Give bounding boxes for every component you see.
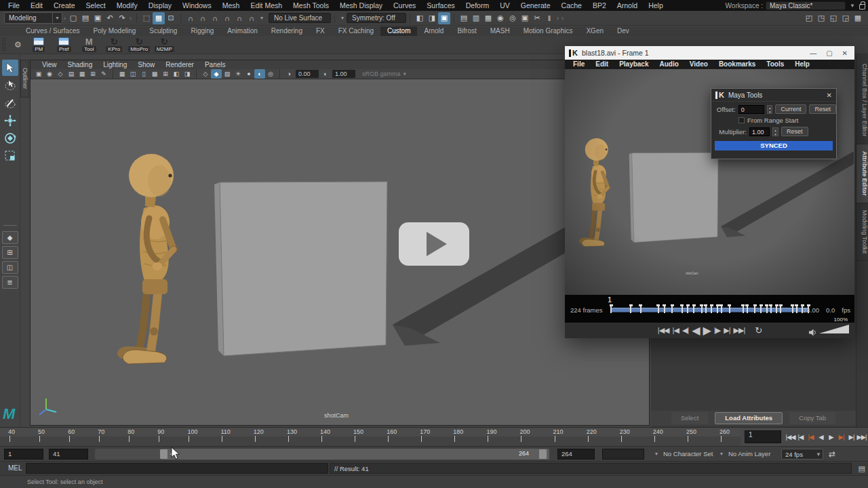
shelf-tab[interactable]: Custom (380, 26, 417, 36)
two-pane-layout-button[interactable]: ◫ (2, 261, 18, 274)
menu-item[interactable]: Select (81, 0, 111, 11)
current-frame-field[interactable]: 1 (745, 430, 781, 443)
shelf-tab[interactable]: Animation (220, 26, 264, 36)
camera-attributes-icon[interactable]: ◇ (55, 69, 66, 79)
pan-zoom-icon[interactable]: ⊞ (87, 69, 98, 79)
menu-item[interactable]: Mesh Display (334, 0, 388, 11)
shelf-tab[interactable]: Dev (610, 26, 636, 36)
loop-button[interactable]: ↻ (755, 325, 762, 336)
animation-start-field[interactable]: 1 (4, 449, 43, 460)
shelf-tab[interactable]: Poly Modeling (86, 26, 142, 36)
anim-layer-dropdown[interactable]: ▼ No Anim Layer (717, 450, 770, 458)
bookmark-tick[interactable] (711, 304, 712, 313)
shelf-item-mtopro[interactable]: ↻ MtoPro (127, 37, 151, 52)
playback-end-field[interactable]: 264 (557, 449, 595, 460)
next-bookmark-button[interactable]: ▶| (724, 326, 730, 335)
bookmark-tick[interactable] (754, 304, 755, 313)
menu-item[interactable]: Lighting (98, 60, 132, 69)
menu-item[interactable]: View (37, 60, 62, 69)
bookmark-tick[interactable] (766, 304, 768, 313)
time-slider[interactable]: 4050607080901001101201301401501601701801… (0, 428, 741, 446)
range-end-handle[interactable] (539, 449, 547, 459)
multiplier-reset-button[interactable]: Reset (781, 127, 808, 136)
bookmark-tick[interactable] (705, 304, 707, 313)
bookmark-tick[interactable] (640, 304, 642, 313)
menu-item[interactable]: Video (684, 60, 713, 69)
bookmark-tick[interactable] (729, 304, 730, 313)
fps-dropdown[interactable]: 24 fps ▼ (781, 449, 823, 460)
play-backward-button[interactable]: ◀ (692, 324, 699, 337)
menu-item[interactable]: Generate (515, 0, 556, 11)
bookmark-tick[interactable] (717, 304, 718, 313)
modeling-toolkit-toggle-icon[interactable]: ◰ (803, 12, 815, 24)
save-scene-icon[interactable]: ▣ (92, 12, 104, 24)
skip-to-end-button[interactable]: ▶▶| (734, 326, 745, 335)
multiplier-field[interactable]: 1.00 (749, 127, 770, 136)
menu-item[interactable]: Edit Mesh (245, 0, 288, 11)
shelf-item-tool[interactable]: M Tool (77, 37, 101, 52)
wireframe-icon[interactable]: ◇ (200, 69, 211, 79)
shelf-tab[interactable]: MASH (484, 26, 517, 36)
menu-item[interactable]: File (568, 60, 590, 69)
script-editor-icon[interactable]: ▤ (859, 464, 865, 473)
snap-curve-icon[interactable]: ∩ (197, 12, 209, 24)
snap-point-icon[interactable]: ∩ (209, 12, 221, 24)
move-tool[interactable] (2, 113, 18, 129)
bookmark-tick[interactable] (747, 304, 748, 313)
menu-item[interactable]: Panels (200, 60, 231, 69)
animation-end-field[interactable] (602, 449, 644, 460)
safe-title-icon[interactable]: ◨ (182, 69, 193, 79)
bookmark-tick[interactable] (658, 304, 659, 313)
shelf-tab[interactable]: Sculpting (142, 26, 184, 36)
snap-grid-icon[interactable]: ∩ (184, 12, 197, 24)
lock-camera-icon[interactable]: ◉ (44, 69, 55, 79)
step-forward-frame-button[interactable]: ▶| (846, 430, 856, 444)
menu-item[interactable]: Cache (556, 0, 587, 11)
skip-to-start-button[interactable]: |◀◀ (658, 326, 669, 335)
render-current-frame-icon[interactable]: ◉ (494, 12, 507, 24)
colorspace-dropdown[interactable]: sRGB gamma ▾ (362, 70, 406, 77)
rotate-tool[interactable] (2, 130, 18, 146)
snap-view-plane-icon[interactable]: ∩ (233, 12, 245, 24)
menu-item[interactable]: Renderer (161, 60, 199, 69)
synced-button[interactable]: SYNCED (715, 141, 833, 150)
shelf-tab[interactable]: Rendering (264, 26, 309, 36)
menu-item[interactable]: Help (643, 0, 669, 11)
bookmark-tick[interactable] (743, 304, 744, 313)
shelf-tab[interactable]: FX (309, 26, 332, 36)
image-plane-icon[interactable]: ▦ (77, 69, 87, 79)
menu-item[interactable]: Arnold (612, 0, 643, 11)
smooth-shade-icon[interactable]: ◆ (211, 69, 222, 79)
bookmark-tick[interactable] (687, 304, 688, 313)
bookmark-tick[interactable] (671, 304, 673, 313)
pause-icon[interactable]: ‖ (543, 12, 555, 24)
menu-item[interactable]: Mesh Tools (288, 0, 334, 11)
step-back-frame-button[interactable]: |◀ (795, 430, 806, 444)
shelf-tab[interactable]: XGen (579, 26, 610, 36)
hypershade-icon[interactable]: ▥ (470, 12, 482, 24)
menu-item[interactable]: Playback (614, 60, 654, 69)
menu-item[interactable]: Create (48, 0, 81, 11)
safe-action-icon[interactable]: ◧ (171, 69, 182, 79)
maximize-button[interactable]: ▢ (826, 49, 832, 57)
shadows-icon[interactable]: ● (243, 69, 254, 79)
go-to-end-button[interactable]: ▶▶| (856, 430, 867, 444)
shelf-item-pref[interactable]: Pref (52, 37, 76, 52)
ambient-occlusion-icon[interactable]: ◐ (254, 69, 265, 79)
textured-icon[interactable]: ▧ (222, 69, 233, 79)
shelf-tab[interactable]: Curves / Surfaces (19, 26, 86, 36)
attribute-editor-toggle-icon[interactable]: ◱ (827, 12, 840, 24)
play-forwards-button[interactable]: ▶ (826, 430, 836, 444)
bookmark-tick[interactable] (776, 304, 777, 313)
from-range-start-checkbox[interactable] (738, 117, 745, 123)
paint-select-tool[interactable] (2, 95, 18, 111)
select-object-icon[interactable]: ▦ (153, 12, 165, 24)
select-component-icon[interactable]: ⊡ (165, 12, 177, 24)
play-forward-button[interactable]: ▶ (703, 324, 711, 337)
playback-start-field[interactable]: 41 (49, 449, 88, 460)
play-backwards-button[interactable]: ◀ (816, 430, 826, 444)
select-button[interactable]: Select (671, 412, 708, 424)
menu-item[interactable]: Show (133, 60, 159, 69)
bookmark-icon[interactable]: ▤ (66, 69, 77, 79)
offset-spinner[interactable]: ▴▾ (767, 105, 772, 114)
